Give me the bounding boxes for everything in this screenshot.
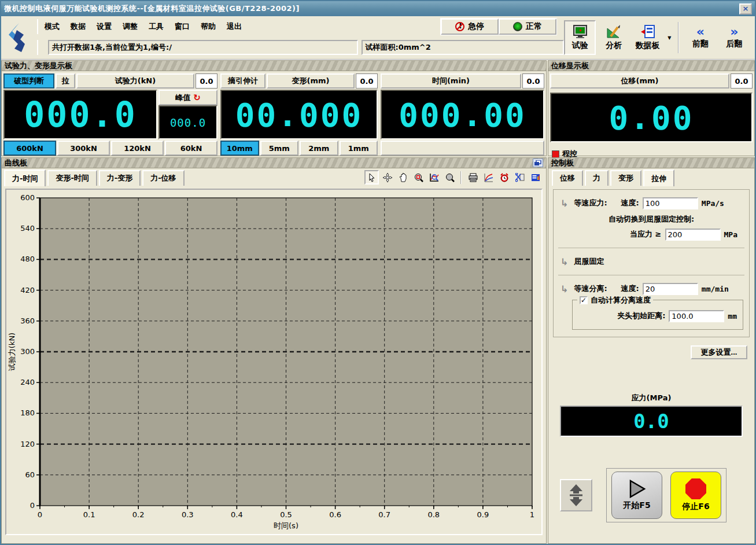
separation-unit: mm/min [702, 285, 729, 293]
grip-distance-input[interactable] [669, 310, 724, 322]
menu-item-exit[interactable]: 退出 [227, 21, 242, 32]
menu-item-help[interactable]: 帮助 [201, 21, 216, 32]
remove-extensometer-button[interactable]: 摘引伸计 [220, 73, 265, 89]
deform-range-2mm[interactable]: 2mm [300, 141, 338, 156]
deform-range-10mm[interactable]: 10mm [220, 141, 259, 156]
data-board-dropdown[interactable]: ▼ [665, 21, 673, 54]
force-range-120kn[interactable]: 120kN [111, 141, 164, 156]
zoom-out-tool-button[interactable] [442, 170, 457, 185]
separation-speed-label: 速度: [621, 283, 639, 294]
tab-force-displacement[interactable]: 力-位移 [142, 170, 184, 186]
cursor-tool-button[interactable] [364, 170, 379, 185]
stop-octagon-icon [685, 478, 706, 499]
tab-deform-control[interactable]: 变形 [610, 170, 641, 186]
menu-item-data[interactable]: 数据 [71, 21, 86, 32]
data-board-button[interactable]: 数据板 [632, 20, 663, 55]
crosshead-jog-button[interactable] [560, 479, 592, 511]
curve-panel-title: 曲线板 [5, 158, 27, 168]
tab-force-control[interactable]: 力 [585, 170, 609, 186]
start-stop-group: 开始F5 停止F6 [606, 468, 727, 522]
deform-header-value: 0.0 [356, 73, 378, 89]
menu-item-adjust[interactable]: 调整 [123, 21, 138, 32]
page-next-button[interactable]: » 后翻 [718, 20, 750, 55]
peak-reset-button[interactable]: 峰值 ↻ [158, 90, 217, 105]
control-panel-title: 控制板 [548, 158, 754, 168]
branch-arrow-icon: ↳ [560, 283, 568, 294]
x-tick-label: 0.3 [182, 510, 194, 519]
zoom-in-tool-button[interactable] [411, 170, 426, 185]
curve-chart[interactable]: 06012018024030036042048054060000.10.20.3… [6, 190, 541, 532]
stress-rate-unit: MPa/s [702, 199, 724, 208]
start-button[interactable]: 开始F5 [611, 472, 662, 519]
force-range-300kn[interactable]: 300kN [57, 141, 110, 156]
tension-direction-button[interactable]: 拉 [56, 73, 75, 89]
deform-range-1mm[interactable]: 1mm [340, 141, 378, 156]
tab-tension-control[interactable]: 拉伸 [643, 170, 674, 186]
x-tick-label: 0.1 [83, 510, 95, 519]
crosshair-tool-button[interactable] [380, 170, 394, 185]
emergency-stop-button[interactable]: 急停 [441, 19, 499, 35]
menu-item-tools[interactable]: 工具 [149, 21, 164, 32]
data-board-icon [640, 25, 655, 39]
y-tick-label: 360 [20, 316, 35, 325]
analysis-view-button[interactable]: 分析 [598, 20, 629, 55]
force-range-600kn[interactable]: 600kN [3, 141, 56, 156]
more-settings-button[interactable]: 更多设置... [691, 345, 747, 359]
when-stress-label: 当应力 ≥ [630, 229, 661, 240]
stress-rate-input[interactable] [643, 197, 698, 209]
break-judge-button[interactable]: 破型判断 [3, 73, 54, 89]
menu-item-mode[interactable]: 模式 [45, 21, 60, 32]
status-bar: 共打开数据1条,当前位置为1,编号:/ 试样面积:0mm^2 [32, 37, 564, 58]
menu-item-settings[interactable]: 设置 [97, 21, 112, 32]
restore-glyph [534, 160, 541, 166]
page-prev-button[interactable]: « 前翻 [684, 20, 716, 55]
test-view-button[interactable]: 试验 [564, 20, 596, 55]
stress-display-label: 应力(MPa) [553, 393, 750, 403]
x-tick-label: 0.2 [132, 510, 145, 519]
report-tool-button[interactable] [528, 170, 543, 185]
close-button[interactable]: × [739, 3, 752, 14]
run-controls-row: 开始F5 停止F6 [553, 468, 750, 522]
peak-refresh-icon: ↻ [193, 93, 201, 103]
start-button-label: 开始F5 [623, 500, 650, 511]
pan-tool-button[interactable] [396, 170, 410, 185]
displacement-main-display: 0.00 [550, 93, 753, 142]
cut-data-tool-button[interactable] [512, 170, 527, 185]
tab-displacement-control[interactable]: 位移 [552, 170, 583, 186]
zoom-curve-tool-button[interactable] [427, 170, 441, 185]
stress-display-value: 0.0 [633, 410, 669, 433]
menu-item-window[interactable]: 窗口 [175, 21, 190, 32]
tab-force-time[interactable]: 力-时间 [4, 170, 46, 186]
when-stress-input[interactable] [665, 229, 721, 241]
x-tick-label: 1 [530, 510, 534, 519]
restore-window-icon[interactable] [533, 159, 543, 167]
app-logo [1, 16, 32, 59]
curve-panel-titlebar: 曲线板 [2, 158, 546, 168]
toolbar-separator [678, 22, 680, 53]
force-range-60kn[interactable]: 60kN [165, 141, 217, 156]
program-control-icon [552, 150, 559, 158]
normal-status-button[interactable]: 正常 [499, 19, 556, 35]
tab-force-deform[interactable]: 力-变形 [99, 170, 141, 186]
branch-arrow-icon: ↳ [560, 256, 568, 267]
y-tick-label: 540 [20, 224, 35, 233]
deform-range-5mm[interactable]: 5mm [260, 141, 299, 156]
force-panel-content: 破型判断 拉 试验力(kN) 0.0 000.0 峰值 ↻ [2, 71, 546, 158]
separation-speed-input[interactable] [643, 283, 698, 295]
y-tick-label: 60 [25, 470, 35, 479]
y-tick-label: 180 [20, 408, 35, 417]
deform-header: 变形(mm) [267, 73, 355, 89]
x-tick-label: 0 [38, 510, 42, 519]
print-tool-button[interactable] [466, 170, 480, 185]
tab-deform-time[interactable]: 变形-时间 [47, 170, 97, 186]
force-peak-side: 峰值 ↻ 000.0 [158, 90, 217, 139]
deform-main-display: 00.000 [220, 90, 378, 139]
stop-button[interactable]: 停止F6 [670, 472, 721, 519]
timer-tool-button[interactable] [497, 170, 511, 185]
force-panel-title: 试验力、变形显示板 [2, 61, 546, 71]
logo-icon [5, 22, 28, 53]
top-toolbar: 模式 数据 设置 调整 工具 窗口 帮助 退出 急停 正常 [1, 16, 755, 60]
curve-compare-tool-button[interactable] [481, 170, 496, 185]
auto-calc-checkbox[interactable]: ✓ [580, 296, 588, 304]
x-tick-label: 0.9 [477, 510, 489, 519]
